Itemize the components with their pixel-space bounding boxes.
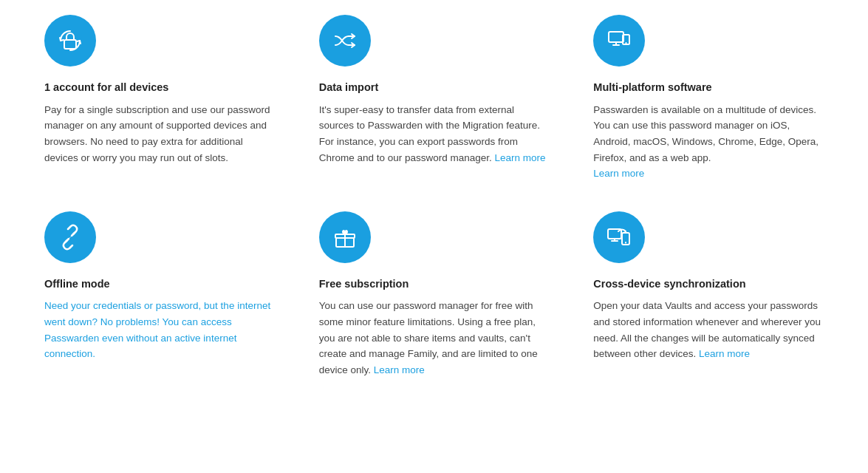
- feature-card-multi-platform: Multi-platform software Passwarden is av…: [593, 15, 824, 182]
- svg-rect-0: [64, 40, 76, 49]
- sync-devices-icon: [606, 224, 632, 251]
- gift-heart-icon: [332, 224, 358, 251]
- svg-line-6: [66, 239, 69, 242]
- multi-platform-desc: Passwarden is available on a multitude o…: [593, 102, 824, 182]
- all-devices-desc: Pay for a single subscription and use ou…: [44, 102, 275, 166]
- all-devices-title: 1 account for all devices: [44, 80, 168, 96]
- devices-icon: [606, 27, 632, 54]
- data-import-learn-more[interactable]: Learn more: [495, 152, 546, 163]
- svg-rect-1: [609, 32, 623, 42]
- svg-line-8: [69, 236, 72, 239]
- free-subscription-desc: You can use our password manager for fre…: [319, 298, 550, 378]
- cross-device-sync-icon-circle: [593, 211, 645, 263]
- free-subscription-title: Free subscription: [319, 276, 409, 293]
- feature-card-offline-mode: Offline mode Need your credentials or pa…: [44, 211, 275, 378]
- offline-mode-icon-circle: [44, 211, 96, 263]
- chain-break-icon: [57, 224, 83, 251]
- offline-mode-desc: Need your credentials or password, but t…: [44, 298, 275, 361]
- feature-card-data-import: Data import It's super-easy to transfer …: [319, 15, 550, 182]
- feature-card-all-devices: 1 account for all devices Pay for a sing…: [44, 15, 275, 182]
- svg-line-7: [72, 233, 75, 236]
- multi-platform-learn-more[interactable]: Learn more: [593, 168, 644, 179]
- data-import-title: Data import: [319, 80, 379, 96]
- data-import-desc: It's super-easy to transfer data from ex…: [319, 102, 550, 166]
- multi-platform-title: Multi-platform software: [593, 80, 711, 96]
- feature-card-free-subscription: Free subscription You can use our passwo…: [319, 211, 550, 378]
- shuffle-icon: [332, 27, 358, 54]
- free-subscription-icon-circle: [319, 211, 371, 263]
- features-grid: 1 account for all devices Pay for a sing…: [44, 15, 824, 378]
- multi-platform-icon-circle: [593, 15, 645, 67]
- data-import-icon-circle: [319, 15, 371, 67]
- all-devices-icon-circle: [44, 15, 96, 67]
- sync-lock-icon: [57, 27, 83, 54]
- cross-device-sync-desc: Open your data Vaults and access your pa…: [593, 298, 824, 361]
- free-subscription-learn-more[interactable]: Learn more: [374, 364, 425, 375]
- offline-mode-title: Offline mode: [44, 276, 110, 293]
- cross-device-sync-title: Cross-device synchronization: [593, 276, 745, 293]
- feature-card-cross-device-sync: Cross-device synchronization Open your d…: [593, 211, 824, 378]
- features-page: 1 account for all devices Pay for a sing…: [0, 0, 868, 473]
- cross-device-sync-learn-more[interactable]: Learn more: [699, 348, 750, 359]
